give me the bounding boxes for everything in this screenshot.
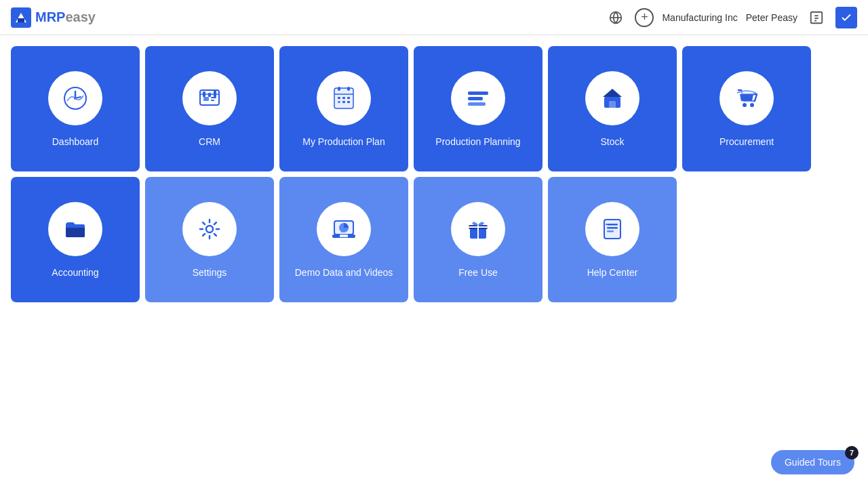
crm-icon bbox=[196, 85, 223, 112]
notification-icon[interactable] bbox=[806, 7, 827, 28]
main-content: Dashboard CRM bbox=[0, 35, 868, 313]
tile-demo-data[interactable]: Demo Data and Videos bbox=[279, 177, 408, 302]
svg-rect-50 bbox=[604, 220, 620, 239]
add-button[interactable]: + bbox=[635, 8, 654, 27]
help-center-icon-circle bbox=[585, 202, 639, 256]
settings-label: Settings bbox=[193, 267, 227, 278]
svg-rect-16 bbox=[211, 97, 216, 98]
guided-tours-button[interactable]: Guided Tours 7 bbox=[771, 450, 854, 474]
tile-dashboard[interactable]: Dashboard bbox=[11, 46, 140, 171]
header-right: + Manufacturing Inc Peter Peasy bbox=[605, 7, 857, 28]
svg-rect-17 bbox=[211, 100, 214, 101]
header: MRPeasy + Manufacturing Inc Peter Peasy bbox=[0, 0, 868, 35]
tile-my-production-plan[interactable]: My Production Plan bbox=[279, 46, 408, 171]
svg-rect-26 bbox=[342, 97, 345, 99]
my-production-plan-icon-circle bbox=[317, 71, 371, 125]
guided-tours-badge: 7 bbox=[845, 446, 859, 460]
svg-rect-29 bbox=[342, 101, 345, 103]
stock-icon-circle bbox=[585, 71, 639, 125]
accounting-label: Accounting bbox=[52, 267, 98, 278]
svg-point-54 bbox=[606, 224, 607, 225]
production-planning-icon-circle bbox=[451, 71, 505, 125]
svg-rect-53 bbox=[607, 230, 614, 232]
demo-data-icon bbox=[330, 216, 357, 243]
production-planning-icon bbox=[465, 85, 492, 112]
tile-free-use[interactable]: Free Use bbox=[414, 177, 542, 302]
settings-icon-circle bbox=[182, 202, 237, 256]
user-name[interactable]: Peter Peasy bbox=[746, 12, 797, 23]
settings-icon bbox=[196, 216, 223, 243]
my-production-plan-icon bbox=[330, 85, 357, 112]
my-production-plan-label: My Production Plan bbox=[302, 136, 384, 147]
free-use-icon bbox=[465, 216, 492, 243]
tile-production-planning[interactable]: Production Planning bbox=[414, 46, 542, 171]
help-center-icon bbox=[599, 216, 626, 243]
svg-rect-52 bbox=[607, 227, 618, 229]
tile-settings[interactable]: Settings bbox=[145, 177, 274, 302]
guided-tours-label: Guided Tours bbox=[785, 457, 841, 468]
tile-procurement[interactable]: Procurement bbox=[682, 46, 811, 171]
procurement-icon bbox=[733, 85, 760, 112]
demo-data-icon-circle bbox=[317, 202, 371, 256]
svg-rect-36 bbox=[609, 101, 616, 108]
tile-help-center[interactable]: Help Center bbox=[548, 177, 677, 302]
tiles-grid: Dashboard CRM bbox=[11, 46, 857, 302]
logo-icon bbox=[11, 7, 31, 28]
svg-point-37 bbox=[743, 103, 747, 107]
dashboard-icon-circle bbox=[48, 71, 102, 125]
production-planning-label: Production Planning bbox=[435, 136, 520, 147]
svg-point-38 bbox=[750, 103, 754, 107]
svg-rect-45 bbox=[340, 235, 348, 237]
stock-icon bbox=[599, 85, 626, 112]
free-use-label: Free Use bbox=[458, 267, 498, 278]
svg-rect-18 bbox=[203, 92, 205, 97]
svg-point-40 bbox=[206, 226, 213, 232]
svg-rect-30 bbox=[347, 101, 350, 103]
svg-rect-22 bbox=[338, 87, 340, 91]
company-name[interactable]: Manufacturing Inc bbox=[662, 12, 737, 23]
help-center-label: Help Center bbox=[587, 267, 638, 278]
svg-marker-35 bbox=[603, 89, 622, 97]
svg-rect-23 bbox=[347, 87, 350, 91]
dashboard-icon bbox=[62, 85, 89, 112]
svg-rect-31 bbox=[468, 92, 488, 95]
accounting-icon bbox=[62, 216, 89, 243]
svg-rect-25 bbox=[338, 97, 340, 99]
dashboard-label: Dashboard bbox=[52, 136, 99, 147]
crm-icon-circle bbox=[182, 71, 237, 125]
svg-rect-2 bbox=[18, 18, 24, 22]
svg-rect-33 bbox=[468, 102, 486, 106]
free-use-icon-circle bbox=[451, 202, 505, 256]
stock-label: Stock bbox=[600, 136, 624, 147]
demo-data-label: Demo Data and Videos bbox=[295, 267, 393, 278]
tile-accounting[interactable]: Accounting bbox=[11, 177, 140, 302]
crm-label: CRM bbox=[199, 136, 220, 147]
svg-rect-20 bbox=[214, 91, 216, 97]
svg-rect-27 bbox=[347, 97, 350, 99]
svg-rect-15 bbox=[203, 97, 209, 101]
tile-crm[interactable]: CRM bbox=[145, 46, 274, 171]
svg-rect-19 bbox=[208, 93, 211, 97]
logo-text: MRPeasy bbox=[35, 9, 96, 25]
tile-stock[interactable]: Stock bbox=[548, 46, 677, 171]
svg-rect-28 bbox=[338, 101, 340, 103]
accounting-icon-circle bbox=[48, 202, 102, 256]
procurement-label: Procurement bbox=[719, 136, 774, 147]
globe-icon[interactable] bbox=[605, 7, 627, 28]
svg-rect-32 bbox=[468, 97, 483, 100]
logo[interactable]: MRPeasy bbox=[11, 7, 96, 28]
task-icon[interactable] bbox=[835, 7, 857, 28]
svg-rect-51 bbox=[607, 224, 618, 226]
procurement-icon-circle bbox=[719, 71, 774, 125]
